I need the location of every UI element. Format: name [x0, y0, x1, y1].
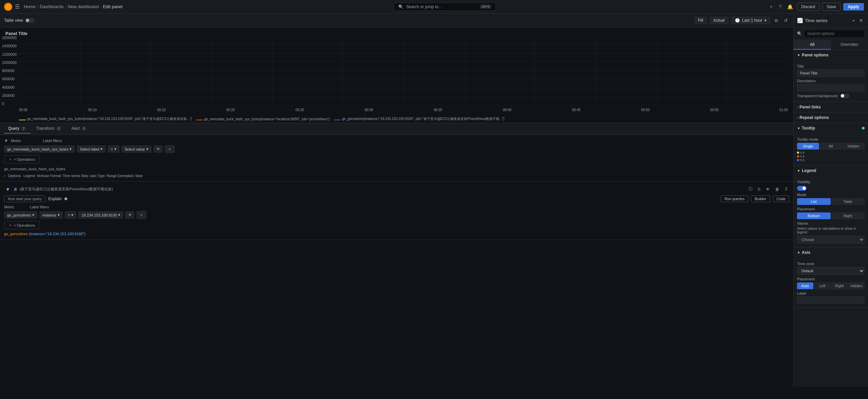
eye-icon-b[interactable]: 👁 — [764, 186, 771, 193]
tooltip-mode-all[interactable]: All — [820, 143, 842, 150]
tab-query[interactable]: Query 2 — [4, 124, 31, 134]
search-wrapper[interactable]: 🔍 Search or jump to... ctrl+k — [394, 3, 496, 11]
drag-icon-b[interactable]: ⠿ — [783, 186, 789, 193]
info-icon-b[interactable]: ⓘ — [747, 185, 754, 193]
time-range-button[interactable]: 🕐 Last 1 hour ▾ — [731, 17, 770, 24]
table-view-label: Table view — [4, 18, 23, 23]
panel-options-title: Panel options — [802, 53, 829, 57]
chart-svg — [19, 36, 788, 106]
axis-placement-left[interactable]: Left — [814, 282, 830, 289]
panel-description-input[interactable] — [797, 84, 865, 91]
breadcrumb-dashboards[interactable]: Dashboards — [40, 4, 64, 9]
operations-button-a[interactable]: ＋ + Operations — [4, 155, 39, 163]
table-view-toggle-dot[interactable] — [25, 18, 35, 23]
clear-filter-b[interactable]: ✕ — [125, 211, 134, 219]
tab-all[interactable]: All — [794, 40, 831, 50]
builder-button[interactable]: Builder — [751, 195, 770, 202]
transparent-bg-toggle[interactable] — [840, 93, 850, 98]
discard-button[interactable]: Discard — [797, 3, 820, 11]
apply-button[interactable]: Apply — [843, 3, 864, 11]
panel-area: Table view Fill Actual 🕐 Last 1 hour ▾ ⊖… — [0, 14, 793, 387]
legend-mode-list[interactable]: List — [797, 198, 831, 205]
options-detail-a: Legend: Verbose Format: Time series Step… — [23, 174, 143, 178]
zoom-out-icon[interactable]: ⊖ — [773, 16, 780, 24]
operator-select-a[interactable]: = ▾ — [108, 145, 119, 153]
right-panel: 📈 Time series ▾ ✕ 🔍 All Overrides ▼ Pane… — [793, 14, 868, 387]
copy-icon-b[interactable]: ⎘ — [757, 186, 762, 193]
tab-alert[interactable]: Alert 0 — [67, 124, 91, 134]
close-viz-icon[interactable]: ✕ — [858, 16, 865, 24]
refresh-icon[interactable]: ↺ — [782, 16, 789, 24]
panel-options-header[interactable]: ▼ Panel options — [794, 50, 868, 60]
x-axis: 00:05 00:10 00:15 00:20 00:25 00:30 00:3… — [19, 108, 788, 112]
axis-placement-auto[interactable]: Auto — [797, 282, 813, 289]
chevron-down-icon: ▾ — [118, 213, 120, 217]
legend-body: Visibility Mode List Table Placement Bot… — [794, 176, 868, 247]
run-queries-button[interactable]: Run queries — [721, 195, 748, 202]
tooltip-header[interactable]: ▼ Tooltip — [794, 123, 868, 133]
panel-links-chevron: › — [797, 105, 798, 109]
legend-values-select[interactable]: Choose — [797, 236, 865, 244]
axis-chevron: ▼ — [797, 251, 800, 255]
visibility-toggle[interactable] — [797, 186, 807, 191]
breadcrumb-home[interactable]: Home — [24, 4, 36, 9]
delete-icon-b[interactable]: 🗑 — [774, 186, 781, 193]
legend-mode-table[interactable]: Table — [831, 198, 865, 205]
table-view-toggle[interactable]: Table view — [4, 18, 35, 23]
tab-overrides[interactable]: Overrides — [831, 40, 868, 50]
legend-placement-bottom[interactable]: Bottom — [797, 212, 831, 219]
axis-placement-hidden[interactable]: Hidden — [848, 282, 865, 289]
legend-placement-right[interactable]: Right — [831, 212, 865, 219]
menu-icon[interactable]: ☰ — [15, 3, 20, 10]
code-button[interactable]: Code — [773, 195, 789, 202]
tooltip-mode-hidden[interactable]: Hidden — [843, 143, 865, 150]
chart-legend: go_memstats_buck_hash_sys_bytes{instance… — [19, 117, 788, 121]
query-block-b: ▼ B (基于亚马逊EC2云服务器安装Prometheus数据可视化故) ⓘ ⎘… — [0, 181, 793, 240]
legend-placement-group: Bottom Right — [797, 212, 865, 219]
legend-header[interactable]: ▼ Legend — [794, 166, 868, 176]
clear-filter-a[interactable]: ✕ — [153, 145, 163, 153]
label-filter-select-a[interactable]: Select label ▾ — [77, 145, 106, 153]
tooltip-mode-single[interactable]: Single — [797, 143, 819, 150]
expand-viz-icon[interactable]: ▾ — [851, 17, 856, 24]
timezone-label: Time zone — [797, 262, 865, 266]
kick-start-button[interactable]: Kick start your query — [4, 195, 46, 202]
operations-button-b[interactable]: ＋ + Operations — [4, 221, 39, 229]
search-icon: 🔍 — [398, 4, 403, 9]
search-bar: 🔍 Search or jump to... ctrl+k — [125, 3, 765, 11]
save-button[interactable]: Save — [822, 3, 840, 11]
timezone-select[interactable]: Default — [797, 267, 865, 275]
bell-icon[interactable]: 🔔 — [786, 3, 794, 11]
panel-options-body: Title Description Transparent background — [794, 60, 868, 102]
tab-transform[interactable]: Transform 0 — [32, 124, 66, 134]
search-options-input[interactable] — [804, 30, 865, 38]
axis-placement-right[interactable]: Right — [831, 282, 848, 289]
metric-name-display-a: go_memstats_buck_hash_sys_bytes — [4, 166, 789, 172]
metric-select-a[interactable]: go_memstats_buck_hash_sys_bytes ▾ — [4, 145, 75, 153]
options-chevron-a[interactable]: › — [4, 174, 5, 178]
add-filter-a[interactable]: ＋ — [165, 145, 175, 153]
value-select-b[interactable]: 18.234.153.100:9100 ▾ — [78, 211, 123, 219]
value-select-a[interactable]: Select value ▾ — [122, 145, 151, 153]
axis-header[interactable]: ▼ Axis — [794, 247, 868, 258]
legend-values-desc: Select values or calculations to show in… — [797, 227, 865, 234]
expand-icon-a[interactable]: ▼ — [4, 138, 8, 143]
operator-select-b[interactable]: = ▾ — [65, 211, 76, 219]
fill-button[interactable]: Fill — [694, 17, 707, 24]
panel-links-header[interactable]: › Panel links — [794, 102, 868, 112]
breadcrumb-new-dashboard[interactable]: New dashboard — [68, 4, 98, 9]
add-filter-b[interactable]: ＋ — [137, 211, 146, 219]
options-text-a[interactable]: Options — [8, 174, 21, 178]
tooltip-title: Tooltip — [802, 126, 815, 131]
add-icon[interactable]: ＋ — [767, 2, 775, 11]
actual-button[interactable]: Actual — [710, 17, 728, 24]
collapse-btn-b[interactable]: ▼ — [4, 187, 12, 192]
repeat-options-header[interactable]: › Repeat options — [794, 112, 868, 123]
label-filter-select-b[interactable]: instance ▾ — [39, 211, 63, 219]
kick-start-row: Kick start your query Explain Run querie… — [4, 195, 789, 202]
axis-label-input[interactable] — [797, 296, 865, 304]
metric-select-b[interactable]: go_goroutines ▾ — [4, 211, 37, 219]
tooltip-chevron: ▼ — [797, 126, 800, 130]
help-icon[interactable]: ? — [778, 3, 783, 11]
panel-title-input[interactable] — [797, 69, 865, 77]
